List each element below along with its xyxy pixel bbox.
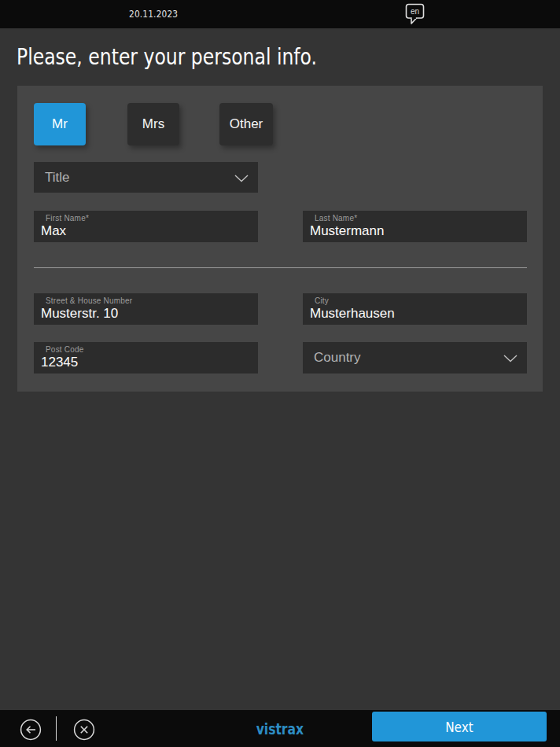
section-divider — [34, 267, 527, 268]
salutation-button-mr[interactable]: Mr — [34, 103, 86, 145]
post-code-field[interactable]: Post Code — [34, 342, 258, 374]
title-dropdown[interactable]: Title — [34, 162, 258, 193]
street-input[interactable] — [34, 305, 258, 325]
city-input[interactable] — [303, 305, 527, 325]
kiosk-screen: 20.11.2023 en Please, enter your persona… — [0, 0, 560, 747]
post-code-input[interactable] — [34, 354, 258, 374]
chevron-down-icon — [234, 175, 249, 182]
salutation-button-mrs[interactable]: Mrs — [127, 103, 179, 145]
cancel-button[interactable] — [73, 719, 95, 741]
post-code-label: Post Code — [46, 345, 84, 354]
page-title: Please, enter your personal info. — [17, 44, 317, 70]
chevron-down-icon — [503, 355, 518, 362]
city-label: City — [315, 296, 329, 305]
date-label: 20.11.2023 — [129, 0, 178, 28]
city-field[interactable]: City — [303, 293, 527, 325]
next-button[interactable]: Next — [372, 712, 547, 741]
country-dropdown[interactable]: Country — [303, 342, 527, 374]
country-dropdown-placeholder: Country — [314, 342, 361, 374]
brand-logo-text: vistrax — [256, 720, 304, 738]
salutation-mr-label: Mr — [52, 116, 68, 132]
footer-divider — [56, 716, 57, 741]
first-name-label: First Name* — [46, 214, 89, 223]
first-name-field[interactable]: First Name* — [34, 211, 258, 242]
street-label: Street & House Number — [46, 296, 132, 305]
salutation-button-other[interactable]: Other — [219, 103, 273, 145]
last-name-field[interactable]: Last Name* — [303, 211, 527, 242]
salutation-other-label: Other — [230, 116, 263, 132]
speech-bubble-icon: en — [405, 3, 426, 26]
personal-info-card: Mr Mrs Other Title First Name* Last Name… — [17, 86, 543, 392]
back-button[interactable] — [20, 719, 42, 741]
close-icon — [73, 719, 95, 741]
title-dropdown-placeholder: Title — [45, 162, 70, 193]
arrow-left-icon — [20, 719, 42, 741]
svg-text:en: en — [411, 7, 419, 16]
last-name-input[interactable] — [303, 223, 527, 242]
language-toggle[interactable]: en — [405, 3, 426, 26]
first-name-input[interactable] — [34, 223, 258, 242]
last-name-label: Last Name* — [315, 214, 357, 223]
next-button-label: Next — [445, 719, 473, 735]
street-field[interactable]: Street & House Number — [34, 293, 258, 325]
salutation-mrs-label: Mrs — [142, 116, 164, 132]
top-bar: 20.11.2023 en — [0, 0, 560, 28]
